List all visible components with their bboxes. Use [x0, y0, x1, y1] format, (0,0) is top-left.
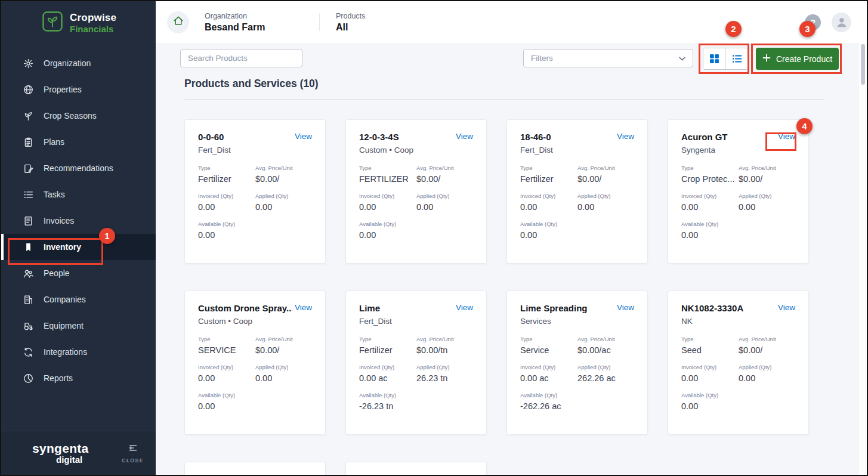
view-link[interactable]: View	[295, 303, 312, 312]
product-subtitle: Custom • Coop	[359, 146, 473, 154]
available-label: Available (Qty)	[198, 221, 255, 227]
sidebar-item-crop-seasons[interactable]: Crop Seasons	[1, 103, 156, 129]
sidebar-item-tasks[interactable]: Tasks	[1, 181, 156, 208]
product-name: Lime Spreading	[520, 303, 588, 313]
view-link[interactable]: View	[456, 132, 473, 141]
sidebar-item-label: Organization	[44, 58, 91, 68]
plus-icon	[762, 54, 771, 64]
document-icon	[23, 216, 33, 226]
available-label: Available (Qty)	[681, 392, 739, 398]
invoiced-label: Invoiced (Qty)	[198, 364, 255, 370]
scrollbar[interactable]	[859, 43, 867, 475]
scrollbar-thumb[interactable]	[861, 44, 865, 85]
view-link[interactable]: View	[778, 303, 795, 312]
price-value: $0.00/	[577, 174, 634, 184]
view-link[interactable]: View	[778, 132, 795, 141]
filters-dropdown[interactable]: Filters	[523, 49, 693, 67]
brand-name: Cropwise	[70, 12, 116, 24]
view-link[interactable]: View	[295, 132, 312, 141]
product-name: 0-0-60	[198, 132, 224, 142]
type-value: Seed	[681, 345, 739, 355]
invoiced-value: 0.00	[681, 373, 739, 383]
cropwise-logo: Cropwise Financials	[1, 1, 156, 41]
create-product-label: Create Product	[776, 54, 832, 64]
list-icon	[732, 54, 742, 64]
sidebar-item-equipment[interactable]: Equipment	[1, 313, 156, 339]
product-subtitle: Syngenta	[681, 146, 795, 154]
sidebar-item-companies[interactable]: Companies	[1, 286, 156, 313]
sync-icon	[23, 347, 33, 357]
type-label: Type	[681, 165, 739, 171]
applied-label: Applied (Qty)	[739, 193, 795, 199]
available-label: Available (Qty)	[359, 392, 416, 398]
invoiced-label: Invoiced (Qty)	[359, 193, 416, 199]
price-value: $0.00/	[255, 174, 312, 184]
home-button[interactable]	[167, 11, 189, 33]
products-value: All	[336, 22, 365, 33]
sidebar-nav: OrganizationPropertiesCrop SeasonsPlansR…	[1, 50, 156, 391]
sidebar-item-organization[interactable]: Organization	[1, 50, 156, 76]
create-product-button[interactable]: Create Product	[756, 48, 839, 70]
product-name: 18-46-0	[520, 132, 551, 142]
user-avatar[interactable]	[832, 13, 851, 32]
available-value: 0.00	[198, 230, 255, 240]
applied-label: Applied (Qty)	[577, 364, 634, 370]
sidebar-item-recommendations[interactable]: Recommendations	[1, 155, 156, 181]
sidebar-item-properties[interactable]: Properties	[1, 76, 156, 103]
sidebar-item-people[interactable]: People	[1, 260, 156, 286]
sidebar-item-invoices[interactable]: Invoices	[1, 208, 156, 234]
syngenta-digital-logo: syngenta digital	[32, 441, 89, 465]
sidebar-item-plans[interactable]: Plans	[1, 129, 156, 155]
product-card: Lime View Fert_Dist TypeFertilizer Avg. …	[345, 290, 487, 435]
products-label: Products	[336, 12, 365, 20]
view-link[interactable]: View	[617, 303, 634, 312]
help-button[interactable]: ?	[805, 14, 821, 30]
digital-wordmark: digital	[56, 455, 89, 465]
product-name: NK1082-3330A	[681, 303, 743, 313]
type-value: SERVICE	[198, 345, 255, 355]
price-value: $0.00/	[255, 345, 312, 355]
sidebar-item-label: Recommendations	[44, 163, 113, 173]
available-label: Available (Qty)	[359, 221, 416, 227]
sidebar-item-reports[interactable]: Reports	[1, 365, 156, 391]
products-context[interactable]: Products All	[336, 12, 365, 33]
grid-view-button[interactable]	[703, 48, 725, 69]
view-link[interactable]: View	[456, 303, 473, 312]
sidebar-item-label: Properties	[44, 85, 82, 94]
applied-value: 0.00	[739, 202, 795, 212]
sidebar-item-inventory[interactable]: Inventory	[1, 234, 156, 260]
type-label: Type	[359, 165, 416, 171]
sidebar-collapse-button[interactable]: CLOSE	[122, 443, 144, 463]
price-label: Avg. Price/Unit	[577, 165, 634, 171]
sidebar-item-label: Inventory	[44, 242, 81, 252]
type-value: Fertilizer	[198, 174, 255, 184]
applied-label: Applied (Qty)	[577, 193, 634, 199]
sidebar-item-integrations[interactable]: Integrations	[1, 339, 156, 365]
invoiced-label: Invoiced (Qty)	[681, 364, 739, 370]
available-value: -26.23 tn	[359, 401, 416, 411]
search-input[interactable]	[180, 49, 302, 67]
price-label: Avg. Price/Unit	[739, 165, 795, 171]
organization-label: Organization	[205, 12, 306, 20]
product-card: 12-0-3-4S View Custom • Coop TypeFERTILI…	[345, 119, 487, 264]
invoiced-value: 0.00 ac	[359, 373, 416, 383]
organization-context[interactable]: Organization Besand Farm	[205, 12, 306, 33]
product-subtitle: Custom • Coop	[198, 317, 312, 326]
applied-label: Applied (Qty)	[739, 364, 795, 370]
price-label: Avg. Price/Unit	[739, 336, 795, 342]
product-card: Custom Drone Spray... View Custom • Coop…	[184, 290, 326, 435]
invoiced-value: 0.00 ac	[520, 373, 577, 383]
type-value: Service	[520, 345, 577, 355]
product-subtitle: Fert_Dist	[520, 146, 634, 154]
view-link[interactable]: View	[617, 132, 634, 141]
product-subtitle: Fert_Dist	[359, 317, 473, 326]
applied-label: Applied (Qty)	[416, 364, 473, 370]
available-value: -262.26 ac	[520, 401, 577, 411]
list-view-button[interactable]	[725, 48, 747, 69]
collapse-icon	[128, 443, 138, 455]
price-label: Avg. Price/Unit	[577, 336, 634, 342]
sidebar-item-label: Tasks	[44, 190, 65, 199]
applied-value: 26.23 tn	[416, 373, 473, 383]
type-label: Type	[359, 336, 416, 342]
product-name: Lime	[359, 303, 380, 313]
